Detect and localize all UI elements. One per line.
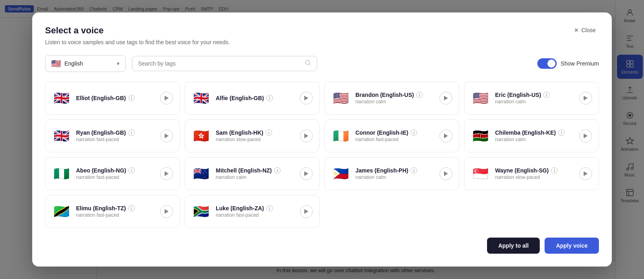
- play-button-eric[interactable]: [579, 92, 592, 105]
- info-icon[interactable]: i: [416, 92, 423, 98]
- search-box[interactable]: [132, 56, 317, 71]
- play-button-abeo[interactable]: [160, 167, 173, 180]
- chevron-down-icon: ▾: [117, 60, 120, 67]
- info-icon[interactable]: i: [274, 167, 281, 174]
- voice-name-row: Sam (English-HK) i: [216, 129, 295, 136]
- voice-flag-abeo: 🇳🇬: [52, 164, 71, 183]
- voice-info-chilemba: Chilemba (English-KE) i narration calm: [495, 129, 574, 142]
- voice-card-luke[interactable]: 🇿🇦 Luke (English-ZA) i narration fast-pa…: [185, 195, 320, 228]
- voice-name-row: Elliot (English-GB) i: [76, 95, 155, 101]
- premium-toggle-label: Show Premium: [561, 60, 599, 67]
- voice-flag-brandon: 🇺🇸: [331, 88, 351, 108]
- voice-name: Brandon (English-US): [355, 92, 414, 98]
- modal-title: Select a voice: [45, 25, 104, 36]
- voice-info-eric: Eric (English-US) i narration calm: [495, 92, 574, 105]
- info-icon[interactable]: i: [266, 205, 273, 211]
- info-icon[interactable]: i: [128, 129, 135, 136]
- voice-name-row: Eric (English-US) i: [495, 92, 574, 98]
- voice-name-row: James (English-PH) i: [355, 167, 435, 174]
- voice-name: Elimu (English-TZ): [76, 205, 126, 211]
- voice-card-eric[interactable]: 🇺🇸 Eric (English-US) i narration calm: [464, 82, 599, 115]
- voice-tags: narration fast-paced: [76, 137, 155, 142]
- play-button-sam[interactable]: [300, 129, 313, 142]
- svg-point-10: [305, 60, 310, 65]
- voice-card-connor[interactable]: 🇮🇪 Connor (English-IE) i narration fast-…: [324, 119, 459, 152]
- voice-flag-ryan: 🇬🇧: [52, 126, 71, 146]
- info-icon[interactable]: i: [128, 205, 135, 211]
- voice-card-elimu[interactable]: 🇹🇿 Elimu (English-TZ) i narration fast-p…: [45, 195, 180, 228]
- voice-info-abeo: Abeo (English-NG) i narration fast-paced: [76, 167, 155, 180]
- info-icon[interactable]: i: [266, 129, 272, 136]
- search-icon: [305, 59, 311, 68]
- voice-card-elliot[interactable]: 🇬🇧 Elliot (English-GB) i: [45, 82, 180, 115]
- voice-name: Luke (English-ZA): [216, 205, 264, 211]
- play-button-luke[interactable]: [300, 205, 313, 218]
- voice-info-ryan: Ryan (English-GB) i narration fast-paced: [76, 129, 155, 142]
- voice-info-elliot: Elliot (English-GB) i: [76, 95, 155, 101]
- info-icon[interactable]: i: [551, 167, 557, 174]
- play-button-mitchell[interactable]: [300, 167, 313, 180]
- voice-grid: 🇬🇧 Elliot (English-GB) i 🇬🇧 Alfi: [45, 82, 599, 228]
- voice-card-alfie[interactable]: 🇬🇧 Alfie (English-GB) i: [185, 82, 320, 115]
- voice-card-brandon[interactable]: 🇺🇸 Brandon (English-US) i narration calm: [324, 82, 459, 115]
- voice-flag-eric: 🇺🇸: [471, 88, 490, 108]
- info-icon[interactable]: i: [411, 129, 417, 136]
- premium-toggle-container: Show Premium: [537, 58, 599, 69]
- voice-card-chilemba[interactable]: 🇰🇪 Chilemba (English-KE) i narration cal…: [464, 119, 599, 152]
- language-label: English: [64, 60, 83, 67]
- info-icon[interactable]: i: [128, 95, 135, 101]
- voice-flag-chilemba: 🇰🇪: [471, 126, 490, 146]
- voice-name-row: Ryan (English-GB) i: [76, 129, 155, 136]
- play-button-james[interactable]: [440, 167, 452, 180]
- info-icon[interactable]: i: [128, 167, 135, 174]
- voice-tags: narration slow-paced: [216, 137, 295, 142]
- play-button-alfie[interactable]: [300, 92, 313, 105]
- voice-name: Ryan (English-GB): [76, 129, 126, 136]
- voice-tags: narration fast-paced: [76, 212, 155, 218]
- voice-flag-mitchell: 🇳🇿: [192, 164, 211, 183]
- voice-name-row: Brandon (English-US) i: [355, 92, 435, 98]
- voice-tags: narration fast-paced: [216, 212, 295, 218]
- voice-card-wayne[interactable]: 🇸🇬 Wayne (English-SG) i narration slow-p…: [464, 157, 599, 190]
- voice-name: James (English-PH): [355, 167, 408, 174]
- language-flag: 🇺🇸: [51, 59, 61, 68]
- voice-card-ryan[interactable]: 🇬🇧 Ryan (English-GB) i narration fast-pa…: [45, 119, 180, 152]
- voice-name: Sam (English-HK): [216, 129, 263, 136]
- voice-name-row: Wayne (English-SG) i: [495, 167, 574, 174]
- play-button-elimu[interactable]: [160, 205, 173, 218]
- voice-card-abeo[interactable]: 🇳🇬 Abeo (English-NG) i narration fast-pa…: [45, 157, 180, 190]
- voice-tags: narration fast-paced: [355, 137, 435, 142]
- voice-flag-sam: 🇭🇰: [192, 126, 211, 146]
- play-button-wayne[interactable]: [579, 167, 592, 180]
- language-dropdown[interactable]: 🇺🇸 English ▾: [45, 55, 126, 72]
- voice-name: Alfie (English-GB): [216, 95, 264, 101]
- info-icon[interactable]: i: [558, 129, 565, 136]
- play-button-chilemba[interactable]: [579, 129, 592, 142]
- info-icon[interactable]: i: [266, 95, 273, 101]
- apply-to-all-button[interactable]: Apply to all: [487, 238, 540, 254]
- voice-info-alfie: Alfie (English-GB) i: [216, 95, 295, 101]
- info-icon[interactable]: i: [543, 92, 550, 98]
- premium-toggle-switch[interactable]: [537, 58, 557, 69]
- info-icon[interactable]: i: [411, 167, 417, 174]
- modal-header: Select a voice ✕ Close: [45, 25, 599, 36]
- voice-name: Elliot (English-GB): [76, 95, 126, 101]
- voice-info-mitchell: Mitchell (English-NZ) i narration calm: [216, 167, 295, 180]
- voice-name-row: Elimu (English-TZ) i: [76, 205, 155, 211]
- voice-card-mitchell[interactable]: 🇳🇿 Mitchell (English-NZ) i narration cal…: [185, 157, 320, 190]
- voice-tags: narration calm: [355, 99, 435, 105]
- voice-tags: narration fast-paced: [76, 174, 155, 180]
- search-input[interactable]: [138, 60, 305, 67]
- play-button-elliot[interactable]: [160, 92, 173, 105]
- voice-card-james[interactable]: 🇵🇭 James (English-PH) i narration calm: [324, 157, 459, 190]
- play-button-ryan[interactable]: [160, 129, 173, 142]
- voice-info-elimu: Elimu (English-TZ) i narration fast-pace…: [76, 205, 155, 218]
- modal-subtitle: Listen to voice samples and use tags to …: [45, 39, 599, 45]
- voice-name-row: Alfie (English-GB) i: [216, 95, 295, 101]
- apply-voice-button[interactable]: Apply voice: [545, 238, 599, 254]
- play-button-connor[interactable]: [440, 129, 452, 142]
- play-button-brandon[interactable]: [440, 92, 452, 105]
- voice-card-sam[interactable]: 🇭🇰 Sam (English-HK) i narration slow-pac…: [185, 119, 320, 152]
- controls-row: 🇺🇸 English ▾ Show Premium: [45, 55, 599, 72]
- modal-close-button[interactable]: ✕ Close: [571, 25, 599, 35]
